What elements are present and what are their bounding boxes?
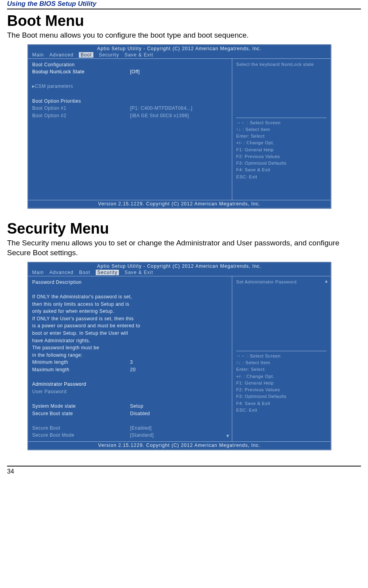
keyhint: +/- : Change Opt.	[236, 373, 326, 380]
keyhint: →← : Select Screen	[236, 120, 326, 126]
tab-security[interactable]: Security	[99, 52, 119, 58]
min-length-label: Minimum length	[32, 359, 130, 366]
min-length-value: 3	[130, 359, 228, 366]
bios-screenshot-security: Aptio Setup Utility - Copyright (C) 2012…	[27, 262, 368, 450]
pwd-desc-line: in the following range:	[32, 352, 228, 359]
keyhint: F3: Optimized Defaults	[236, 393, 326, 400]
secure-boot-state-label: Secure Boot state	[32, 410, 130, 417]
scroll-down-icon[interactable]: ▼	[226, 432, 230, 440]
bios-body: Password Description If ONLY the Adminis…	[28, 276, 330, 441]
tab-advanced[interactable]: Advanced	[49, 270, 73, 275]
bios-tab-bar: Main Advanced Boot Security Save & Exit	[28, 51, 330, 58]
bios-window: Aptio Setup Utility - Copyright (C) 2012…	[27, 44, 331, 209]
bios-footer: Version 2.15.1229. Copyright (C) 2012 Am…	[28, 200, 330, 208]
keyhint: F4: Save & Exit	[236, 167, 326, 173]
section-heading-security: Security Menu	[7, 220, 361, 237]
bios-right-panel: ▲ Set Administrator Password →← : Select…	[232, 276, 330, 441]
system-mode-state-value: Setup	[130, 403, 228, 410]
key-help: →← : Select Screen ↑↓ : Select Item Ente…	[236, 120, 326, 180]
page-footer: 34	[0, 466, 368, 480]
keyhint: ESC: Exit	[236, 174, 326, 180]
numlock-value[interactable]: [Off]	[130, 68, 228, 76]
boot-option-2-value[interactable]: [IBA GE Slot 00C8 v1398]	[130, 112, 228, 120]
page: Using the BIOS Setup Utility Boot Menu T…	[0, 0, 368, 480]
tab-save-exit[interactable]: Save & Exit	[124, 270, 153, 275]
pwd-desc-line: then this only limits access to Setup an…	[32, 301, 228, 308]
scroll-up-icon[interactable]: ▲	[324, 278, 329, 285]
keyhint: F3: Optimized Defaults	[236, 160, 326, 167]
max-length-label: Maximum length	[32, 366, 130, 374]
tab-main[interactable]: Main	[32, 270, 44, 275]
help-text: Set Administrator Password	[236, 279, 326, 349]
key-help: →← : Select Screen ↑↓ : Select Item Ente…	[236, 353, 326, 414]
pwd-desc-line: If ONLY the Administrator's password is …	[32, 293, 228, 301]
secure-boot-mode-label[interactable]: Secure Boot Mode	[32, 432, 130, 439]
keyhint: ↑↓ : Select Item	[236, 359, 326, 366]
section-intro-boot: The Boot menu allows you to configure th…	[7, 30, 361, 40]
footer-rule	[7, 466, 361, 466]
pwd-desc-line: If ONLY the User's password is set, then…	[32, 315, 228, 323]
tab-boot[interactable]: Boot	[79, 270, 90, 275]
keyhint: Enter: Select	[236, 133, 326, 140]
boot-option-2-label[interactable]: Boot Option #2	[32, 112, 130, 120]
help-divider	[236, 118, 326, 118]
help-divider	[236, 351, 326, 351]
keyhint: Enter: Select	[236, 366, 326, 373]
pwd-desc-line: have Administrator rights.	[32, 337, 228, 345]
tab-main[interactable]: Main	[32, 52, 44, 58]
keyhint: F1: General Help	[236, 380, 326, 387]
bios-body: Boot Configuration Bootup NumLock State …	[28, 58, 330, 200]
pwd-desc-line: only asked for when entering Setup.	[32, 308, 228, 315]
boot-priorities-heading: Boot Option Priorities	[32, 98, 228, 105]
tab-save-exit[interactable]: Save & Exit	[124, 52, 153, 58]
keyhint: ESC: Exit	[236, 407, 326, 414]
system-mode-state-label: System Mode state	[32, 403, 130, 410]
keyhint: F1: General Help	[236, 147, 326, 153]
password-description-heading: Password Description	[32, 279, 228, 286]
secure-boot-label[interactable]: Secure Boot	[32, 425, 130, 432]
keyhint: →← : Select Screen	[236, 353, 326, 359]
section-intro-security: The Security menu allows you to set or c…	[7, 238, 361, 258]
tab-security[interactable]: Security	[96, 270, 119, 275]
bios-window: Aptio Setup Utility - Copyright (C) 2012…	[27, 262, 331, 450]
numlock-label[interactable]: Bootup NumLock State	[32, 68, 130, 76]
csm-parameters[interactable]: CSM parameters	[35, 83, 73, 90]
keyhint: F2: Previous Values	[236, 153, 326, 160]
pwd-desc-line: is a power on password and must be enter…	[32, 322, 228, 330]
bios-title-bar: Aptio Setup Utility - Copyright (C) 2012…	[28, 263, 330, 269]
boot-option-1-label[interactable]: Boot Option #1	[32, 105, 130, 112]
boot-option-1-value[interactable]: [P1: C400-MTFDDAT064...]	[130, 105, 228, 112]
max-length-value: 20	[130, 366, 228, 374]
pwd-desc-line: boot or enter Setup. In Setup the User w…	[32, 330, 228, 337]
administrator-password[interactable]: Administrator Password	[32, 381, 228, 388]
tab-boot[interactable]: Boot	[79, 52, 93, 58]
pwd-desc-line: The password length must be	[32, 344, 228, 352]
tab-advanced[interactable]: Advanced	[49, 52, 73, 58]
bios-title-bar: Aptio Setup Utility - Copyright (C) 2012…	[28, 45, 330, 51]
bios-left-panel: Password Description If ONLY the Adminis…	[28, 276, 232, 441]
bios-screenshot-boot: Aptio Setup Utility - Copyright (C) 2012…	[27, 44, 368, 209]
secure-boot-value[interactable]: [Enabled]	[130, 425, 228, 432]
boot-config-heading: Boot Configuration	[32, 61, 228, 69]
keyhint: F2: Previous Values	[236, 387, 326, 393]
user-password[interactable]: User Password	[32, 388, 228, 396]
bios-left-panel: Boot Configuration Bootup NumLock State …	[28, 59, 232, 200]
bios-tab-bar: Main Advanced Boot Security Save & Exit	[28, 269, 330, 276]
section-heading-boot: Boot Menu	[7, 13, 361, 29]
keyhint: ↑↓ : Select Item	[236, 126, 326, 133]
page-number: 34	[7, 468, 361, 475]
bios-footer: Version 2.15.1229. Copyright (C) 2012 Am…	[28, 441, 330, 449]
keyhint: F4: Save & Exit	[236, 400, 326, 407]
bios-right-panel: Select the keyboard NumLock state →← : S…	[232, 59, 330, 200]
keyhint: +/- : Change Opt.	[236, 140, 326, 146]
page-section-header: Using the BIOS Setup Utility	[7, 0, 361, 9]
help-text: Select the keyboard NumLock state	[236, 61, 326, 116]
secure-boot-state-value: Disabled	[130, 410, 228, 417]
secure-boot-mode-value[interactable]: [Standard]	[130, 432, 228, 439]
